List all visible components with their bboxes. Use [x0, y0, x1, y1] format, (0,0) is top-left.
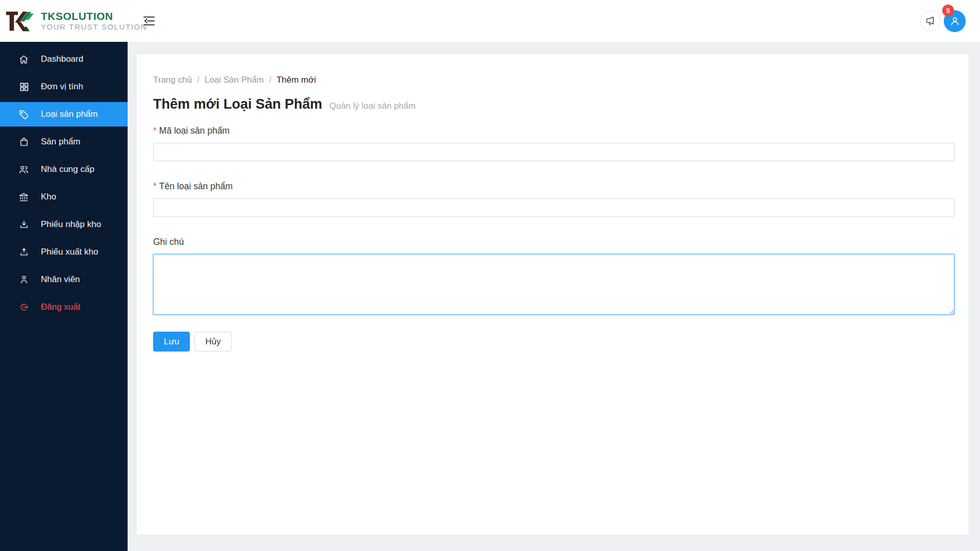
sidebar-nav: Dashboard Đơn vị tính Loại sản phẩm [0, 42, 128, 551]
brand-name: TKSOLUTION [41, 11, 147, 22]
breadcrumb-home[interactable]: Trang chủ [153, 75, 192, 85]
user-icon [18, 274, 29, 285]
upload-icon [18, 247, 29, 258]
bag-icon [18, 137, 29, 147]
download-icon [18, 219, 29, 230]
brand-tagline: YOUR TRUST SOLUTION [41, 23, 147, 31]
sidebar-item-nhan-vien[interactable]: Nhân viên [0, 267, 128, 292]
sidebar-item-loai-san-pham[interactable]: Loại sản phẩm [0, 102, 128, 127]
menu-fold-icon [142, 14, 156, 28]
sidebar-item-dashboard[interactable]: Dashboard [0, 47, 128, 71]
field-label-ten-loai: *Tên loại sản phẩm [153, 181, 954, 192]
avatar-user-icon [949, 15, 961, 27]
sidebar-item-label: Kho [41, 192, 56, 202]
home-icon [18, 54, 29, 65]
content-card: Trang chủ / Loại Sản Phẩm / Thêm mới Thê… [137, 55, 968, 534]
announcement-button[interactable] [920, 11, 941, 31]
field-label-ghi-chu: Ghi chú [153, 237, 954, 247]
top-header: TKSOLUTION YOUR TRUST SOLUTION 5 [0, 0, 980, 42]
breadcrumb-loai-san-pham[interactable]: Loại Sản Phẩm [205, 75, 264, 85]
page-title: Thêm mới Loại Sản Phẩm [153, 96, 322, 112]
ten-loai-san-pham-input[interactable] [153, 198, 954, 217]
ghi-chu-textarea[interactable] [153, 254, 954, 315]
sidebar-collapse-button[interactable] [140, 12, 158, 30]
tag-icon [18, 109, 29, 120]
breadcrumb-separator: / [269, 75, 272, 85]
logout-icon [18, 302, 29, 313]
sidebar-item-phieu-nhap-kho[interactable]: Phiếu nhập kho [0, 212, 128, 237]
sidebar-item-label: Nhà cung cấp [41, 164, 94, 174]
ma-loai-san-pham-input[interactable] [153, 143, 954, 161]
required-marker: * [153, 126, 157, 136]
save-button[interactable]: Lưu [153, 332, 190, 352]
breadcrumb: Trang chủ / Loại Sản Phẩm / Thêm mới [153, 75, 954, 85]
breadcrumb-separator: / [197, 75, 200, 85]
bank-icon [18, 192, 29, 203]
sidebar-item-dang-xuat[interactable]: Đăng xuất [0, 295, 128, 319]
megaphone-icon [925, 15, 936, 27]
sidebar-item-label: Phiếu nhập kho [41, 219, 101, 230]
team-icon [18, 164, 29, 175]
sidebar-item-label: Dashboard [41, 54, 83, 64]
grid-icon [18, 82, 29, 92]
field-label-text: Mã loại sản phẩm [159, 126, 230, 136]
notification-badge: 5 [942, 5, 954, 16]
brand-text: TKSOLUTION YOUR TRUST SOLUTION [41, 11, 147, 31]
sidebar-item-nha-cung-cap[interactable]: Nhà cung cấp [0, 157, 128, 182]
header-actions: 5 [920, 10, 980, 32]
sidebar-item-label: Sản phẩm [41, 137, 81, 147]
sidebar-item-kho[interactable]: Kho [0, 185, 128, 209]
field-label-text: Ghi chú [153, 237, 184, 247]
main-content: Trang chủ / Loại Sản Phẩm / Thêm mới Thê… [128, 42, 980, 551]
sidebar-item-label: Phiếu xuất kho [41, 247, 98, 257]
sidebar-item-label: Đăng xuất [41, 302, 81, 312]
cancel-button[interactable]: Hủy [194, 332, 231, 352]
sidebar-item-label: Nhân viên [41, 274, 80, 285]
breadcrumb-current: Thêm mới [277, 75, 316, 85]
sidebar-item-label: Loại sản phẩm [41, 109, 98, 119]
category-form: *Mã loại sản phẩm *Tên loại sản phẩm Ghi… [153, 126, 954, 352]
sidebar-item-san-pham[interactable]: Sản phẩm [0, 130, 128, 154]
sidebar-item-phieu-xuat-kho[interactable]: Phiếu xuất kho [0, 240, 128, 264]
brand-logo[interactable]: TKSOLUTION YOUR TRUST SOLUTION [0, 8, 128, 34]
page-subtitle: Quản lý loại sản phẩm [329, 101, 415, 111]
required-marker: * [153, 181, 157, 191]
tk-logo-icon [5, 8, 35, 34]
sidebar-item-don-vi-tinh[interactable]: Đơn vị tính [0, 74, 128, 99]
field-label-ma-loai: *Mã loại sản phẩm [153, 126, 954, 136]
field-label-text: Tên loại sản phẩm [159, 181, 233, 191]
sidebar-item-label: Đơn vị tính [41, 82, 83, 92]
form-actions: Lưu Hủy [153, 332, 954, 352]
page-header: Thêm mới Loại Sản Phẩm Quản lý loại sản … [153, 96, 954, 112]
